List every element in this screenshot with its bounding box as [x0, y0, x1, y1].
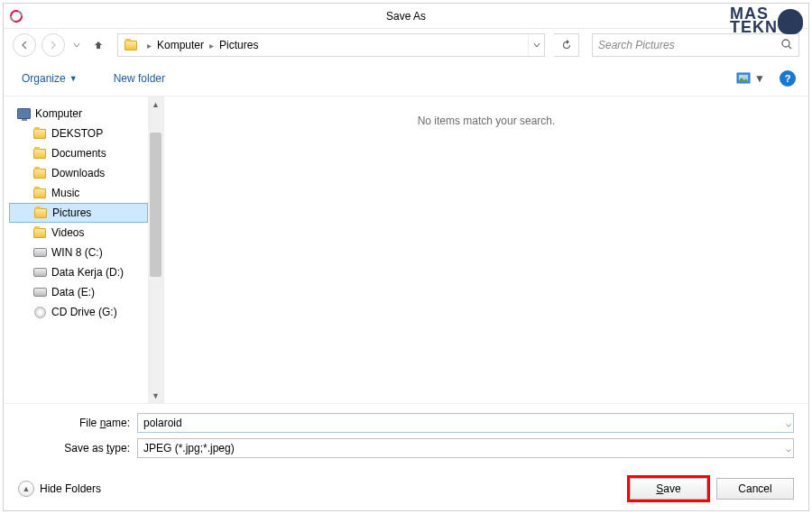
filename-field[interactable]: ⌵ — [137, 413, 794, 433]
filename-label: File name: — [18, 417, 137, 429]
new-folder-button[interactable]: New folder — [108, 69, 171, 88]
drive-icon — [32, 265, 47, 280]
svg-point-6 — [741, 76, 743, 78]
chevron-down-icon[interactable]: ⌵ — [786, 444, 791, 454]
scroll-thumb[interactable] — [150, 133, 161, 277]
titlebar: Save As — [4, 4, 808, 29]
organize-button[interactable]: Organize ▼ — [16, 69, 83, 88]
tree-item[interactable]: Downloads — [9, 163, 148, 183]
filetype-select[interactable]: JPEG (*.jpg;*.jpeg) ⌵ — [137, 438, 794, 458]
tree-item[interactable]: CD Drive (G:) — [9, 302, 148, 322]
window-title: Save As — [386, 10, 426, 23]
refresh-button[interactable] — [554, 33, 579, 57]
toolbar: Organize ▼ New folder ▼ ? — [4, 61, 808, 96]
chevron-down-icon: ▼ — [69, 74, 78, 83]
tree-item[interactable]: Data Kerja (D:) — [9, 262, 148, 282]
tree-root[interactable]: Komputer — [9, 104, 148, 124]
nav-history-dropdown[interactable] — [70, 33, 83, 57]
app-icon — [9, 9, 23, 23]
computer-icon — [16, 106, 31, 121]
back-button[interactable] — [13, 33, 36, 57]
hide-folders-button[interactable]: ▲ Hide Folders — [18, 481, 101, 497]
filetype-label: Save as type: — [18, 442, 137, 454]
svg-point-2 — [782, 40, 789, 47]
drive-icon — [32, 285, 47, 299]
forward-button[interactable] — [42, 33, 65, 57]
folder-icon — [32, 166, 47, 180]
empty-message: No items match your search. — [418, 115, 556, 403]
help-button[interactable]: ? — [780, 70, 796, 87]
tree-scrollbar[interactable]: ▲ ▼ — [148, 96, 163, 403]
drive-icon — [32, 245, 47, 260]
file-list-area[interactable]: No items match your search. — [164, 96, 808, 403]
search-box[interactable] — [592, 33, 799, 57]
main-area: Komputer DEKSTOP Documents Downloads Mus… — [4, 96, 808, 404]
tree-item[interactable]: Videos — [9, 223, 148, 243]
tree-item[interactable]: WIN 8 (C:) — [9, 243, 148, 262]
chevron-right-icon[interactable]: ▸ — [143, 41, 155, 50]
folder-icon — [32, 146, 47, 161]
folder-icon — [32, 225, 47, 240]
cd-icon — [32, 305, 47, 319]
picture-icon — [736, 72, 752, 85]
scroll-down-icon[interactable]: ▼ — [148, 388, 163, 403]
chevron-up-icon: ▲ — [18, 481, 34, 497]
save-form: File name: ⌵ Save as type: JPEG (*.jpg;*… — [4, 404, 808, 467]
tree-item[interactable]: Documents — [9, 143, 148, 163]
folder-icon — [32, 126, 47, 141]
address-dropdown[interactable] — [528, 34, 544, 56]
scroll-up-icon[interactable]: ▲ — [148, 96, 163, 112]
save-as-dialog: Save As MAS TEKN ▸ Komputer ▸ Pictures — [3, 3, 809, 511]
folder-icon — [32, 186, 47, 200]
chevron-right-icon[interactable]: ▸ — [206, 41, 217, 50]
breadcrumb-item[interactable]: Komputer — [155, 39, 206, 51]
watermark-avatar-icon — [778, 9, 803, 34]
tree-item[interactable]: Music — [9, 183, 148, 203]
folder-icon — [33, 206, 48, 220]
filename-input[interactable] — [143, 417, 788, 429]
cancel-button[interactable]: Cancel — [716, 478, 794, 500]
view-options-button[interactable]: ▼ — [734, 70, 767, 87]
address-bar[interactable]: ▸ Komputer ▸ Pictures — [117, 33, 545, 57]
folder-icon — [122, 36, 140, 54]
folder-tree: Komputer DEKSTOP Documents Downloads Mus… — [4, 96, 164, 403]
up-button[interactable] — [88, 35, 108, 55]
search-input[interactable] — [598, 39, 780, 51]
chevron-down-icon: ▼ — [754, 72, 765, 85]
navigation-bar: ▸ Komputer ▸ Pictures — [4, 29, 808, 61]
breadcrumb-item[interactable]: Pictures — [217, 39, 260, 51]
search-icon[interactable] — [780, 38, 793, 53]
svg-line-3 — [789, 46, 791, 49]
tree-item-selected[interactable]: Pictures — [9, 203, 148, 223]
tree-item[interactable]: DEKSTOP — [9, 124, 148, 143]
tree-item[interactable]: Data (E:) — [9, 282, 148, 302]
watermark: MAS TEKN — [730, 7, 801, 35]
save-button[interactable]: Save — [630, 478, 707, 500]
footer: ▲ Hide Folders Save Cancel — [4, 467, 808, 510]
chevron-down-icon[interactable]: ⌵ — [786, 418, 791, 428]
